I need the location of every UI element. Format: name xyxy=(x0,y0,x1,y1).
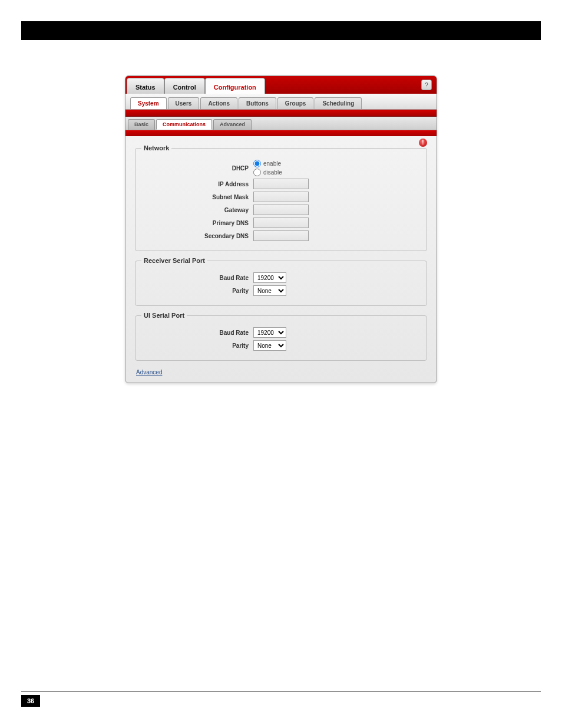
ui-baud-select[interactable]: 19200 xyxy=(253,327,286,338)
help-button[interactable]: ? xyxy=(421,80,432,90)
sdns-input[interactable] xyxy=(253,230,309,241)
gateway-input[interactable] xyxy=(253,205,309,215)
dhcp-enable-radio[interactable] xyxy=(253,160,261,167)
ui-serial-fieldset: UI Serial Port Baud Rate 19200 Parity No… xyxy=(135,312,427,361)
page-footer: 36 xyxy=(21,691,541,707)
pdns-label: Primary DNS xyxy=(141,220,253,226)
form-content: ! Network DHCP enable disable xyxy=(125,136,437,383)
network-legend: Network xyxy=(141,144,171,151)
ui-serial-legend: UI Serial Port xyxy=(141,312,187,319)
subnet-input[interactable] xyxy=(253,192,309,202)
subnet-label: Subnet Mask xyxy=(141,194,253,200)
dhcp-disable-option[interactable]: disable xyxy=(253,169,282,176)
main-tab-strip: Status Control Configuration ? xyxy=(125,76,437,94)
ui-baud-label: Baud Rate xyxy=(141,330,253,336)
subtab-system[interactable]: System xyxy=(130,97,167,109)
ip-input[interactable] xyxy=(253,179,309,189)
receiver-serial-fieldset: Receiver Serial Port Baud Rate 19200 Par… xyxy=(135,257,427,306)
receiver-baud-label: Baud Rate xyxy=(141,275,253,281)
dhcp-enable-text: enable xyxy=(263,160,281,167)
receiver-serial-legend: Receiver Serial Port xyxy=(141,257,207,264)
subtab-scheduling[interactable]: Scheduling xyxy=(315,97,362,109)
subtab-users[interactable]: Users xyxy=(168,97,200,109)
tab-control[interactable]: Control xyxy=(164,78,205,94)
sub-tab-strip: System Users Actions Buttons Groups Sche… xyxy=(125,94,437,110)
tab-configuration[interactable]: Configuration xyxy=(205,78,265,94)
divider-red-bar xyxy=(125,110,437,117)
ip-label: IP Address xyxy=(141,181,253,187)
ui-parity-select[interactable]: None xyxy=(253,340,286,351)
footer-divider xyxy=(21,691,541,691)
tab3-advanced[interactable]: Advanced xyxy=(213,119,252,130)
sdns-label: Secondary DNS xyxy=(141,233,253,239)
config-panel: Status Control Configuration ? System Us… xyxy=(125,75,437,383)
subtab-groups[interactable]: Groups xyxy=(277,97,314,109)
dhcp-label: DHCP xyxy=(141,165,253,172)
divider-red-bar-2 xyxy=(125,130,437,136)
tab-status[interactable]: Status xyxy=(127,78,164,94)
ui-parity-label: Parity xyxy=(141,342,253,349)
pdns-input[interactable] xyxy=(253,218,309,228)
dhcp-enable-option[interactable]: enable xyxy=(253,160,282,167)
subtab-actions[interactable]: Actions xyxy=(200,97,237,109)
receiver-parity-select[interactable]: None xyxy=(253,285,286,296)
dhcp-disable-radio[interactable] xyxy=(253,169,261,176)
network-fieldset: Network DHCP enable disable xyxy=(135,144,427,251)
question-icon: ? xyxy=(425,82,428,88)
subtab-buttons[interactable]: Buttons xyxy=(239,97,276,109)
tab3-basic[interactable]: Basic xyxy=(128,119,155,130)
receiver-baud-select[interactable]: 19200 xyxy=(253,272,286,283)
header-black-bar xyxy=(21,21,541,40)
dhcp-disable-text: disable xyxy=(263,169,282,176)
page-number: 36 xyxy=(21,695,40,707)
advanced-link[interactable]: Advanced xyxy=(135,367,427,375)
receiver-parity-label: Parity xyxy=(141,288,253,294)
alert-icon[interactable]: ! xyxy=(419,139,427,147)
tertiary-tab-strip: Basic Communications Advanced xyxy=(125,117,437,130)
tab3-communications[interactable]: Communications xyxy=(156,119,212,130)
gateway-label: Gateway xyxy=(141,207,253,213)
